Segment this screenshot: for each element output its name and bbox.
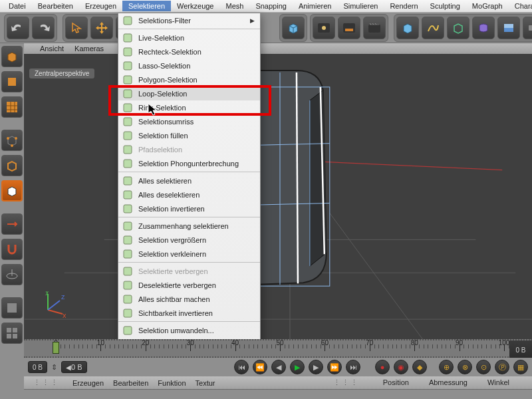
timeline-playhead[interactable]	[53, 342, 59, 354]
svg-point-16	[7, 137, 9, 140]
menu-charakter[interactable]: Charak	[509, 1, 532, 11]
menu-datei[interactable]: Datei	[3, 1, 32, 11]
menu-item-rechteck-selektion[interactable]: Rechteck-Selektion	[118, 45, 260, 59]
timeline-ruler[interactable]: 0102030405060708090100	[56, 344, 529, 359]
play-button[interactable]: ▶	[290, 360, 305, 374]
autokey-button[interactable]: ◉	[394, 360, 408, 374]
step-back-button[interactable]: ◀	[271, 360, 286, 374]
tab-erzeugen[interactable]: Erzeugen	[72, 379, 104, 387]
menu-item-selektionsumriss[interactable]: Selektionsumriss	[118, 114, 260, 128]
current-frame-field[interactable]: 0 B	[28, 361, 47, 373]
menu-item-ring-selektion[interactable]: Ring-Selektion	[118, 100, 260, 114]
render-settings-button[interactable]	[363, 17, 386, 39]
menu-item-alles-sichtbar-machen[interactable]: Alles sichtbar machen	[118, 292, 260, 306]
svg-rect-47	[124, 48, 132, 56]
menu-item-label: Rechteck-Selektion	[138, 48, 201, 56]
viewport-tab-ansicht[interactable]: Ansicht	[40, 45, 64, 53]
menu-item-selektion-verkleinern[interactable]: Selektion verkleinern	[118, 247, 260, 261]
menu-werkzeuge[interactable]: Werkzeuge	[171, 1, 219, 11]
primitive-cube-button[interactable]	[282, 17, 305, 39]
tab-funktion[interactable]: Funktion	[158, 379, 186, 387]
svg-line-30	[330, 213, 423, 339]
polygon-mode-button[interactable]	[1, 180, 23, 201]
menu-item-selektion-vergr-ern[interactable]: Selektion vergrößern	[118, 233, 260, 247]
add-generator-button[interactable]	[447, 17, 469, 39]
menu-item-selektion-umwandeln-[interactable]: Selektion umwandeln...	[118, 323, 260, 337]
menu-item-icon	[122, 15, 133, 26]
svg-rect-65	[124, 309, 132, 317]
menu-item-zusammenhang-selektieren[interactable]: Zusammenhang selektieren	[118, 219, 260, 233]
menu-item-live-selektion[interactable]: Live-Selektion	[118, 31, 260, 45]
viewport-layout-button[interactable]	[1, 323, 23, 344]
move-tool[interactable]	[90, 17, 113, 39]
keyframe-button[interactable]: ◆	[412, 360, 427, 374]
workplane-button[interactable]	[1, 264, 23, 285]
selektieren-dropdown: Selektions-Filter▶Live-SelektionRechteck…	[118, 13, 261, 367]
key-pla-button[interactable]: ▦	[513, 360, 528, 374]
goto-start-button[interactable]: ⏮	[234, 360, 249, 374]
viewport-tab-kameras[interactable]: Kameras	[74, 45, 104, 53]
menu-simulieren[interactable]: Simulieren	[337, 1, 384, 11]
timeline[interactable]: 0102030405060708090100 0 B	[24, 339, 532, 358]
tab-bearbeiten[interactable]: Bearbeiten	[113, 379, 148, 387]
menu-mograph[interactable]: MoGraph	[466, 1, 509, 11]
texture-mode-button[interactable]	[1, 96, 23, 118]
menu-item-label: Selektion füllen	[138, 132, 188, 140]
axis-x-button[interactable]	[1, 213, 23, 235]
menu-erzeugen[interactable]: Erzeugen	[79, 1, 122, 11]
add-environment-button[interactable]	[497, 17, 520, 39]
svg-rect-50	[124, 90, 132, 98]
model-mode-button[interactable]	[1, 46, 23, 67]
timeline-end-field[interactable]: 0 B	[509, 340, 532, 359]
menubar: Datei Bearbeiten Erzeugen Selektieren We…	[0, 0, 532, 13]
menu-animieren[interactable]: Animieren	[293, 1, 338, 11]
menu-item-loop-selektion[interactable]: Loop-Selektion	[118, 86, 260, 100]
menu-selektieren[interactable]: Selektieren	[122, 1, 171, 11]
menu-item-icon	[122, 203, 133, 214]
edge-mode-button[interactable]	[1, 155, 23, 176]
undo-button[interactable]	[7, 17, 29, 39]
menu-item-selektions-filter[interactable]: Selektions-Filter▶	[118, 13, 260, 27]
menu-sculpting[interactable]: Sculpting	[424, 1, 466, 11]
menu-item-alles-deselektieren[interactable]: Alles deselektieren	[118, 188, 260, 201]
next-key-button[interactable]: ⏩	[327, 360, 342, 374]
redo-button[interactable]	[32, 17, 55, 39]
goto-end-button[interactable]: ⏭	[346, 360, 360, 374]
drag-handle-icon: ⋮⋮⋮	[333, 378, 363, 387]
menu-mesh[interactable]: Mesh	[219, 1, 249, 11]
3d-viewport[interactable]: Zentralperspektive	[24, 54, 532, 339]
menu-rendern[interactable]: Rendern	[384, 1, 424, 11]
picture-viewer-button[interactable]	[338, 17, 360, 39]
menu-item-polygon-selektion[interactable]: Polygon-Selektion	[118, 72, 260, 86]
menu-item-alles-selektieren[interactable]: Alles selektieren	[118, 174, 260, 188]
select-tool[interactable]	[65, 17, 88, 39]
prev-key-button[interactable]: ⏪	[253, 360, 267, 374]
menu-item-deselektierte-verbergen[interactable]: Deselektierte verbergen	[118, 278, 260, 292]
add-cube-button[interactable]	[396, 17, 419, 39]
menu-item-selektion-invertieren[interactable]: Selektion invertieren	[118, 201, 260, 215]
add-camera-button[interactable]	[523, 17, 532, 39]
key-scale-button[interactable]: ⊗	[458, 360, 472, 374]
record-button[interactable]: ●	[375, 360, 390, 374]
point-mode-button[interactable]	[1, 130, 23, 151]
add-spline-button[interactable]	[422, 17, 444, 39]
menu-item-selektion-phongunterbrechung[interactable]: Selektion Phongunterbrechung	[118, 156, 260, 170]
menu-item-lasso-selektion[interactable]: Lasso-Selektion	[118, 59, 260, 72]
tab-textur[interactable]: Textur	[196, 379, 215, 387]
menu-snapping[interactable]: Snapping	[249, 1, 293, 11]
start-frame-field[interactable]: ◀ 0 B	[61, 361, 87, 373]
key-pos-button[interactable]: ⊕	[439, 360, 454, 374]
add-deformer-button[interactable]	[472, 17, 495, 39]
menu-item-selektion-f-llen[interactable]: Selektion füllen	[118, 128, 260, 142]
menu-bearbeiten[interactable]: Bearbeiten	[32, 1, 79, 11]
object-mode-button[interactable]	[1, 71, 23, 92]
viewport-solo-button[interactable]	[1, 297, 23, 319]
menu-item-sichtbarkeit-invertieren[interactable]: Sichtbarkeit invertieren	[118, 306, 260, 320]
menu-item-pfadselektion: Pfadselektion	[118, 142, 260, 156]
step-fwd-button[interactable]: ▶	[309, 360, 323, 374]
snap-button[interactable]	[1, 239, 23, 260]
key-rot-button[interactable]: ⊙	[476, 360, 491, 374]
key-param-button[interactable]: Ⓟ	[495, 360, 509, 374]
render-view-button[interactable]	[313, 17, 335, 39]
svg-rect-57	[124, 191, 132, 199]
